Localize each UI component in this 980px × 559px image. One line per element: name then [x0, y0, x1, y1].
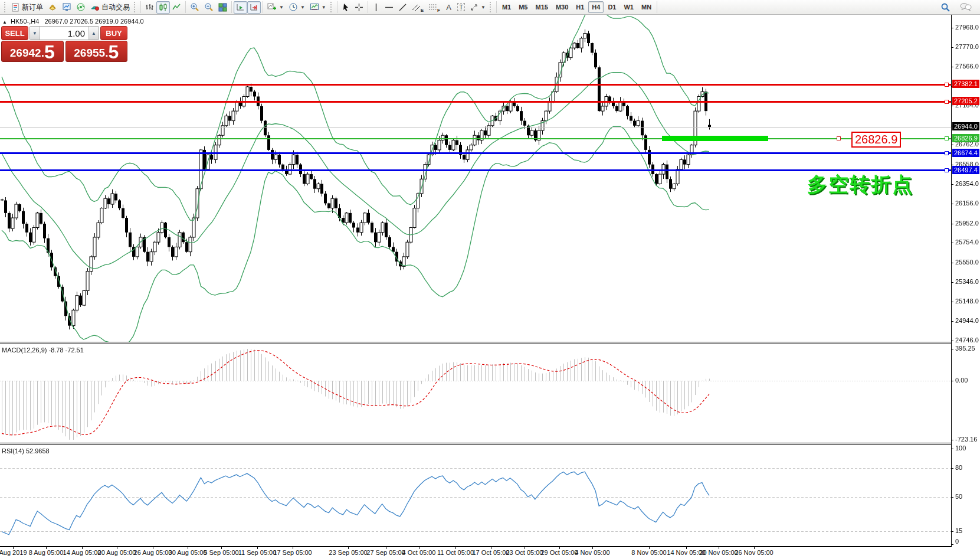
buy-price-box[interactable]: 26955.5: [65, 41, 128, 62]
gold-icon: [48, 2, 57, 12]
time-tick-mark: [13, 546, 14, 549]
macd-tick-mark: [951, 440, 953, 440]
macd-tick-label: 0.00: [955, 377, 968, 384]
macd-canvas[interactable]: [0, 344, 951, 443]
text-button[interactable]: A: [443, 1, 455, 14]
new-order-label: 新订单: [22, 2, 43, 12]
toolbar-separator: [185, 1, 186, 13]
text-label-button[interactable]: T: [455, 1, 467, 14]
horizontal-line-button[interactable]: [382, 1, 396, 14]
text-tool-letter: A: [446, 3, 451, 12]
price-tick-mark: [951, 165, 953, 165]
price-tick-label: 26354.0: [955, 180, 979, 187]
timeframe-button-mn[interactable]: MN: [638, 1, 655, 13]
line-end-marker: [945, 136, 949, 140]
time-tick-mark: [419, 546, 419, 549]
price-tick-mark: [951, 282, 953, 283]
tile-windows-button[interactable]: [216, 1, 230, 14]
timeframe-button-m1[interactable]: M1: [499, 1, 514, 13]
collapse-arrow-icon[interactable]: ▲: [2, 19, 7, 25]
chart-shift-button[interactable]: [247, 1, 261, 14]
periods-button[interactable]: ▼: [286, 1, 307, 14]
volume-value[interactable]: 1.00: [40, 27, 89, 40]
toolbar-grip[interactable]: [330, 2, 333, 12]
price-axis[interactable]: 27968.027770.027566.027368.027164.026960…: [951, 0, 980, 559]
chevron-down-icon: ▼: [322, 5, 326, 10]
timeframe-button-h4[interactable]: H4: [588, 1, 604, 13]
toolbar-grip[interactable]: [134, 2, 137, 12]
auto-scroll-icon: [236, 3, 245, 12]
trendline-icon: [398, 3, 407, 12]
autotrading-button[interactable]: 自动交易: [88, 1, 132, 14]
time-tick-mark: [649, 546, 650, 549]
zoom-in-button[interactable]: [188, 1, 202, 14]
volume-decrease-button[interactable]: ▼: [30, 27, 40, 40]
signals-button[interactable]: [74, 1, 88, 14]
timeframe-toolbar: M1M5M15M30H1H4D1W1MN: [499, 1, 655, 13]
line-selection-handle[interactable]: [837, 136, 841, 140]
horizontal-line-27382.1[interactable]: [0, 84, 951, 86]
timeframe-button-h1[interactable]: H1: [572, 1, 588, 13]
auto-scroll-button[interactable]: [234, 1, 247, 14]
sell-button[interactable]: SELL: [1, 26, 28, 40]
chevron-down-icon: ▼: [481, 5, 486, 10]
timeframe-button-d1[interactable]: D1: [604, 1, 620, 13]
rsi-tick-label: 15: [955, 527, 962, 534]
rsi-tick-label: 100: [955, 444, 966, 452]
equidistant-channel-button[interactable]: E: [409, 1, 426, 14]
time-tick-mark: [348, 546, 349, 549]
timeframe-button-m5[interactable]: M5: [515, 1, 531, 13]
rsi-canvas[interactable]: [0, 445, 951, 546]
time-tick-mark: [46, 546, 47, 549]
line-price-label: 26674.4: [952, 149, 979, 157]
price-annotation-label[interactable]: 26826.9: [851, 132, 901, 148]
search-icon: [940, 2, 950, 12]
terminal-button[interactable]: [60, 1, 74, 14]
toolbar-grip[interactable]: [490, 2, 493, 12]
volume-increase-button[interactable]: ▲: [89, 27, 99, 40]
time-axis[interactable]: Aug 20198 Aug 05:0014 Aug 05:0020 Aug 05…: [0, 547, 980, 559]
buy-button[interactable]: BUY: [100, 26, 127, 40]
templates-button[interactable]: ▼: [307, 1, 329, 14]
arrows-button[interactable]: ▼: [467, 1, 488, 14]
timeframe-button-w1[interactable]: W1: [620, 1, 637, 13]
highlighted-line-segment[interactable]: [662, 136, 768, 141]
vertical-line-icon: [372, 3, 380, 12]
bar-chart-button[interactable]: [143, 1, 156, 14]
price-tick-mark: [951, 263, 953, 263]
trade-prices-row: 26942.5 26955.5: [1, 41, 127, 62]
new-order-button[interactable]: 新订单: [9, 1, 45, 14]
timeframe-button-m15[interactable]: M15: [532, 1, 551, 13]
sell-price-box[interactable]: 26942.5: [1, 41, 64, 62]
rsi-tick-label: 50: [955, 493, 962, 500]
vertical-line-button[interactable]: [370, 1, 382, 14]
sell-price-frac: 5: [44, 43, 55, 61]
turning-point-note[interactable]: 多空转折点: [807, 171, 913, 198]
price-tick-mark: [951, 321, 953, 322]
timeframe-button-m30[interactable]: M30: [552, 1, 572, 13]
fibonacci-button[interactable]: F: [426, 1, 443, 14]
cursor-button[interactable]: [339, 1, 352, 14]
tile-windows-icon: [218, 3, 227, 12]
toolbar-separator: [140, 1, 141, 13]
price-tick-label: 24944.0: [955, 317, 979, 324]
candlestick-chart-button[interactable]: [156, 1, 170, 14]
zoom-out-icon: [204, 2, 214, 12]
horizontal-line-26674.4[interactable]: [0, 152, 951, 154]
toolbar-grip[interactable]: [4, 2, 7, 12]
horizontal-line-26826.9[interactable]: [0, 138, 951, 139]
indicators-button[interactable]: ▼: [265, 1, 286, 14]
monitor-chart-icon: [62, 2, 71, 12]
zoom-out-button[interactable]: [202, 1, 216, 14]
time-axis-label: 20 Aug 05:00: [98, 549, 136, 556]
time-axis-label: 29 Oct 05:00: [541, 549, 578, 556]
rsi-tick-label: 80: [955, 464, 962, 471]
crosshair-button[interactable]: [352, 1, 366, 14]
chart-ohlc-values: 26967.0 27026.5 26919.0 26944.0: [44, 18, 143, 25]
horizontal-line-27205.2[interactable]: [0, 101, 951, 103]
deposit-button[interactable]: [45, 1, 60, 14]
chevron-down-icon: ▼: [300, 5, 305, 10]
toolbar-separator: [657, 1, 657, 13]
line-chart-button[interactable]: [170, 1, 183, 14]
trendline-button[interactable]: [396, 1, 409, 14]
